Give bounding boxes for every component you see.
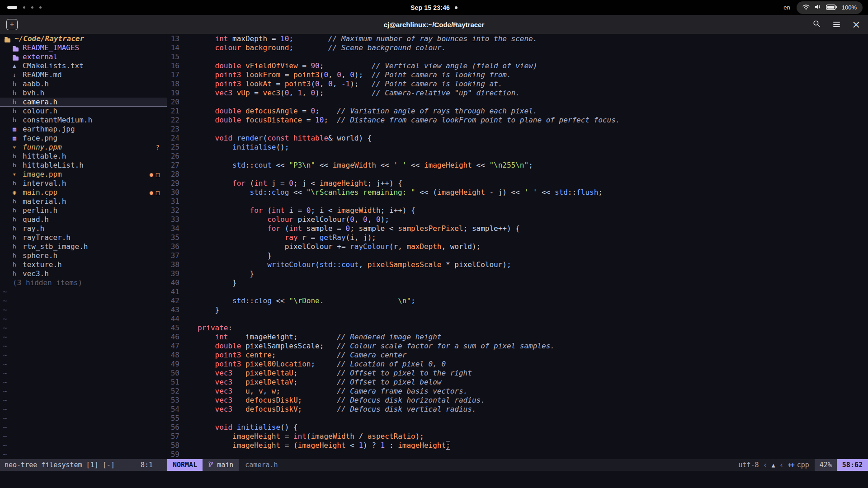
git-branch-icon: [208, 461, 214, 469]
code-line-38[interactable]: 38 writeColour(std::cout, pixelSamplesSc…: [167, 260, 868, 269]
code-line-18[interactable]: 18 point3 lookAt = point3(0, 0, -1); // …: [167, 80, 868, 89]
code-line-47[interactable]: 47 double pixelSamplesScale; // Colour s…: [167, 342, 868, 351]
tree-item--3-hidden-items-[interactable]: (3 hidden items): [0, 278, 167, 287]
tree-item-ray-h[interactable]: hray.h: [0, 224, 167, 233]
code-line-43[interactable]: 43 }: [167, 305, 868, 314]
code-line-54[interactable]: 54 vec3 defocusDiskV; // Defocus disk ve…: [167, 405, 868, 414]
code-line-40[interactable]: 40 }: [167, 278, 868, 287]
tree-item-label: bvh.h: [23, 89, 44, 98]
code-line-22[interactable]: 22 double focusDistance = 10; // Distanc…: [167, 116, 868, 125]
code-line-19[interactable]: 19 vec3 vUp = vec3(0, 1, 0); // Camera-r…: [167, 89, 868, 98]
code-line-35[interactable]: 35 ray r = getRay(i, j);: [167, 233, 868, 242]
code-line-44[interactable]: 44: [167, 314, 868, 324]
tree-item-hittable-h[interactable]: hhittable.h: [0, 152, 167, 161]
empty-line-tilde: ~: [0, 432, 167, 441]
folder-icon: [13, 56, 19, 61]
git-status-badges: ?: [156, 143, 167, 152]
image-file-icon: ▦: [13, 125, 23, 134]
close-window-button[interactable]: ×: [851, 19, 862, 30]
code-line-41[interactable]: 41: [167, 287, 868, 296]
tree-item-readme-images[interactable]: README_IMAGES: [0, 43, 167, 52]
code-line-16[interactable]: 16 double vFieldOfView = 90; // Vertical…: [167, 61, 868, 70]
tree-item-funny-ppm[interactable]: ∗funny.ppm?: [0, 143, 167, 152]
tree-item-readme-md[interactable]: ↓README.md: [0, 70, 167, 80]
code-line-57[interactable]: 57 imageHeight = int(imageWidth / aspect…: [167, 432, 868, 441]
code-line-56[interactable]: 56 void initialise() {: [167, 423, 868, 432]
code-line-32[interactable]: 32 for (int i = 0; i < imageWidth; i++) …: [167, 206, 868, 215]
tree-item-vec3-h[interactable]: hvec3.h: [0, 269, 167, 278]
tree-item-bvh-h[interactable]: hbvh.h: [0, 89, 167, 98]
tree-item-main-cpp[interactable]: ◉main.cpp●□: [0, 188, 167, 197]
tree-item-earthmap-jpg[interactable]: ▦earthmap.jpg: [0, 125, 167, 134]
editor-pane[interactable]: 13 int maxDepth = 10; // Maximum number …: [167, 34, 868, 459]
header-file-icon: h: [13, 116, 23, 125]
search-button[interactable]: [811, 19, 822, 30]
code-line-37[interactable]: 37 }: [167, 251, 868, 260]
code-line-51[interactable]: 51 vec3 pixelDeltaV; // Offset to pixel …: [167, 378, 868, 387]
code-line-29[interactable]: 29 for (int j = 0; j < imageHeight; j++)…: [167, 179, 868, 188]
code-line-31[interactable]: 31: [167, 197, 868, 206]
code-line-48[interactable]: 48 point3 centre; // Camera center: [167, 351, 868, 360]
tree-item-rtw-stb-image-h[interactable]: hrtw_stb_image.h: [0, 242, 167, 251]
header-file-icon: h: [13, 224, 23, 233]
tree-item-quad-h[interactable]: hquad.h: [0, 215, 167, 224]
code-line-42[interactable]: 42 std::clog << "\rDone. \n";: [167, 296, 868, 305]
tree-item-label: rtw_stb_image.h: [23, 242, 88, 251]
tree-item-label: hittable.h: [23, 152, 66, 161]
code-line-50[interactable]: 50 vec3 pixelDeltaU; // Offset to pixel …: [167, 369, 868, 378]
tree-item-hittablelist-h[interactable]: hhittableList.h: [0, 161, 167, 170]
tree-item-texture-h[interactable]: htexture.h: [0, 260, 167, 269]
code-line-26[interactable]: 26: [167, 152, 868, 161]
tree-item-constantmedium-h[interactable]: hconstantMedium.h: [0, 116, 167, 125]
code-line-23[interactable]: 23: [167, 125, 868, 134]
code-line-28[interactable]: 28: [167, 170, 868, 179]
code-line-20[interactable]: 20: [167, 98, 868, 107]
clock[interactable]: Sep 15 23:46: [410, 4, 450, 11]
code-line-13[interactable]: 13 int maxDepth = 10; // Maximum number …: [167, 34, 868, 43]
code-line-33[interactable]: 33 colour pixelColour(0, 0, 0);: [167, 215, 868, 224]
code-line-30[interactable]: 30 std::clog << "\rScanlines remaining: …: [167, 188, 868, 197]
terminal-title: cj@archlinux:~/Code/Raytracer: [0, 21, 868, 28]
tree-item-image-ppm[interactable]: ∗image.ppm●□: [0, 170, 167, 179]
line-number: 56: [167, 423, 179, 432]
code-line-55[interactable]: 55: [167, 414, 868, 423]
code-line-39[interactable]: 39 }: [167, 269, 868, 278]
tree-item-material-h[interactable]: hmaterial.h: [0, 197, 167, 206]
tree-item-interval-h[interactable]: hinterval.h: [0, 179, 167, 188]
code-line-52[interactable]: 52 vec3 u, v, w; // Camera frame basis v…: [167, 387, 868, 396]
tree-item-camera-h[interactable]: hcamera.h: [0, 98, 167, 107]
code-line-36[interactable]: 36 pixelColour += rayColour(r, maxDepth,…: [167, 242, 868, 251]
code-line-17[interactable]: 17 point3 lookFrom = point3(0, 0, 0); //…: [167, 70, 868, 80]
tree-item-cmakelists-txt[interactable]: ▲CMakeLists.txt: [0, 61, 167, 70]
menu-button[interactable]: [831, 19, 842, 30]
code-line-45[interactable]: 45private:: [167, 324, 868, 333]
line-number: 29: [167, 179, 179, 188]
code-line-58[interactable]: 58 imageHeight = (imageHeight < 1) ? 1 :…: [167, 441, 868, 450]
code-line-46[interactable]: 46 int imageHeight; // Rendered image he…: [167, 333, 868, 342]
code-line-14[interactable]: 14 colour background; // Scene backgroun…: [167, 43, 868, 52]
code-line-24[interactable]: 24 void render(const hittable& world) {: [167, 134, 868, 143]
code-line-21[interactable]: 21 double defocusAngle = 0; // Variation…: [167, 107, 868, 116]
code-line-25[interactable]: 25 initialise();: [167, 143, 868, 152]
tree-item-raytracer-h[interactable]: hrayTracer.h: [0, 233, 167, 242]
tree-item-colour-h[interactable]: hcolour.h: [0, 107, 167, 116]
line-number: 49: [167, 360, 179, 369]
tree-item-sphere-h[interactable]: hsphere.h: [0, 251, 167, 260]
code-text: vec3 defocusDiskV; // Defocus disk verti…: [198, 405, 476, 414]
line-number: 14: [167, 43, 179, 52]
tree-item-face-png[interactable]: ▦face.png: [0, 134, 167, 143]
tree-item-perlin-h[interactable]: hperlin.h: [0, 206, 167, 215]
editor-area: ~/Code/RaytracerREADME_IMAGESexternal▲CM…: [0, 34, 868, 459]
tree-item-aabb-h[interactable]: haabb.h: [0, 80, 167, 89]
code-text: vec3 vUp = vec3(0, 1, 0); // Camera-rela…: [198, 89, 520, 98]
code-line-27[interactable]: 27 std::cout << "P3\n" << imageWidth << …: [167, 161, 868, 170]
tree-item-external[interactable]: external: [0, 52, 167, 61]
code-line-53[interactable]: 53 vec3 defocusDiskU; // Defocus disk ho…: [167, 396, 868, 405]
tree-item--code-raytracer[interactable]: ~/Code/Raytracer: [0, 34, 167, 43]
code-line-15[interactable]: 15: [167, 52, 868, 61]
code-text: void initialise() {: [198, 423, 298, 432]
code-line-59[interactable]: 59: [167, 450, 868, 459]
code-line-49[interactable]: 49 point3 pixel00Location; // Location o…: [167, 360, 868, 369]
tree-item-label: perlin.h: [23, 206, 57, 215]
code-line-34[interactable]: 34 for (int sample = 0; sample < samples…: [167, 224, 868, 233]
